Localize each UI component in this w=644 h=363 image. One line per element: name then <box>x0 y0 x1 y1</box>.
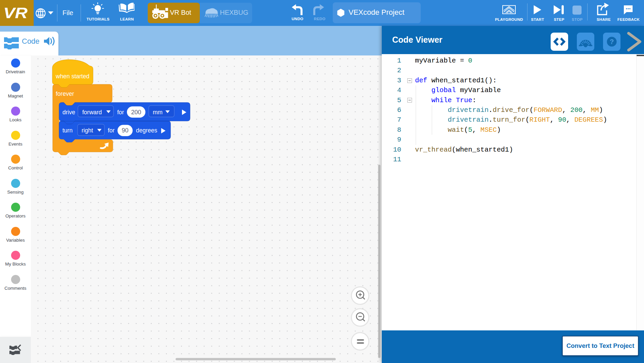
svg-text:degrees: degrees <box>136 127 157 134</box>
svg-text:turn: turn <box>62 127 73 134</box>
svg-text:forward: forward <box>82 109 102 116</box>
svg-text:for: for <box>108 127 115 134</box>
svg-text:when started: when started <box>55 73 89 80</box>
svg-text:200: 200 <box>131 109 141 116</box>
svg-text:90: 90 <box>122 127 128 134</box>
svg-text:for: for <box>117 109 124 116</box>
svg-text:right: right <box>82 127 93 134</box>
svg-text:?: ? <box>610 38 614 45</box>
svg-text:drive: drive <box>62 109 75 116</box>
svg-text:forever: forever <box>56 90 74 97</box>
svg-text:mm: mm <box>153 109 163 116</box>
